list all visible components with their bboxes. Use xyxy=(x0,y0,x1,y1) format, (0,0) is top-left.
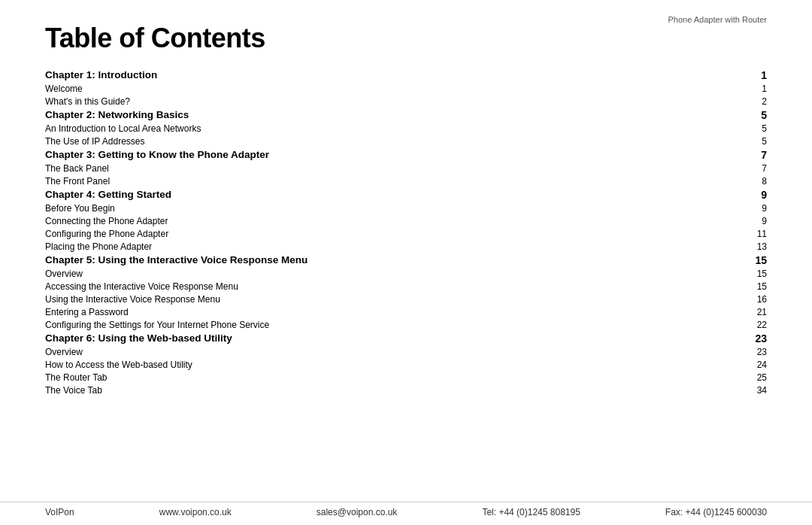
toc-item-label: What's in this Guide? xyxy=(45,95,737,108)
toc-item-label: Using the Interactive Voice Response Men… xyxy=(45,293,737,305)
toc-item-label: Entering a Password xyxy=(45,305,737,318)
header-right-label: Phone Adapter with Router xyxy=(668,15,767,24)
toc-item-label: The Back Panel xyxy=(45,162,737,174)
toc-item-label: Placing the Phone Adapter xyxy=(45,240,737,253)
toc-item-page: 24 xyxy=(737,358,767,371)
toc-item-row: What's in this Guide?2 xyxy=(45,95,767,108)
toc-item-label: The Use of IP Addresses xyxy=(45,135,737,147)
toc-item-page: 25 xyxy=(737,371,767,384)
toc-item-label: Configuring the Phone Adapter xyxy=(45,227,737,240)
toc-item-row: Placing the Phone Adapter13 xyxy=(45,240,767,253)
toc-item-label: Accessing the Interactive Voice Response… xyxy=(45,280,737,293)
chapter-page: 15 xyxy=(737,253,767,267)
footer-fax-number: +44 (0)1245 600030 xyxy=(686,507,767,517)
toc-item-page: 7 xyxy=(737,162,767,174)
chapter-page: 5 xyxy=(737,108,767,122)
chapter-row: Chapter 3: Getting to Know the Phone Ada… xyxy=(45,147,767,162)
toc-item-row: Overview23 xyxy=(45,345,767,358)
toc-item-row: Configuring the Phone Adapter11 xyxy=(45,227,767,240)
toc-item-page: 1 xyxy=(737,82,767,95)
toc-item-page: 15 xyxy=(737,280,767,293)
toc-item-page: 23 xyxy=(737,345,767,358)
toc-item-label: Configuring the Settings for Your Intern… xyxy=(45,318,737,331)
toc-table: Chapter 1: Introduction1Welcome1What's i… xyxy=(45,68,767,396)
toc-item-label: Welcome xyxy=(45,82,737,95)
toc-item-label: Overview xyxy=(45,345,737,358)
toc-item-row: The Use of IP Addresses5 xyxy=(45,135,767,147)
toc-item-label: Before You Begin xyxy=(45,202,737,214)
toc-item-label: Overview xyxy=(45,267,737,280)
toc-item-row: The Front Panel8 xyxy=(45,174,767,187)
chapter-label: Chapter 5: Using the Interactive Voice R… xyxy=(45,253,737,267)
toc-item-row: The Back Panel7 xyxy=(45,162,767,174)
toc-item-page: 8 xyxy=(737,174,767,187)
page-title: Table of Contents xyxy=(45,23,767,54)
footer-company: VoIPon xyxy=(45,507,74,517)
footer-fax: Fax: +44 (0)1245 600030 xyxy=(665,507,767,517)
toc-item-page: 21 xyxy=(737,305,767,318)
toc-item-row: Using the Interactive Voice Response Men… xyxy=(45,293,767,305)
chapter-page: 9 xyxy=(737,187,767,202)
footer-fax-label: Fax: xyxy=(665,507,683,517)
chapter-label: Chapter 6: Using the Web-based Utility xyxy=(45,331,737,345)
toc-item-row: The Voice Tab34 xyxy=(45,384,767,396)
chapter-page: 23 xyxy=(737,331,767,345)
toc-item-row: Connecting the Phone Adapter9 xyxy=(45,214,767,227)
toc-item-label: Connecting the Phone Adapter xyxy=(45,214,737,227)
footer-tel-number: +44 (0)1245 808195 xyxy=(498,507,580,517)
page-container: Phone Adapter with Router Table of Conte… xyxy=(0,0,812,525)
toc-item-page: 16 xyxy=(737,293,767,305)
toc-item-page: 13 xyxy=(737,240,767,253)
toc-item-row: Before You Begin9 xyxy=(45,202,767,214)
chapter-label: Chapter 4: Getting Started xyxy=(45,187,737,202)
chapter-row: Chapter 2: Networking Basics5 xyxy=(45,108,767,122)
toc-item-page: 11 xyxy=(737,227,767,240)
toc-item-row: How to Access the Web-based Utility24 xyxy=(45,358,767,371)
chapter-page: 7 xyxy=(737,147,767,162)
toc-item-page: 2 xyxy=(737,95,767,108)
toc-item-page: 15 xyxy=(737,267,767,280)
footer-email: sales@voipon.co.uk xyxy=(317,507,398,517)
chapter-row: Chapter 4: Getting Started9 xyxy=(45,187,767,202)
chapter-row: Chapter 6: Using the Web-based Utility23 xyxy=(45,331,767,345)
toc-item-page: 34 xyxy=(737,384,767,396)
toc-item-page: 9 xyxy=(737,202,767,214)
chapter-page: 1 xyxy=(737,68,767,82)
toc-item-row: Configuring the Settings for Your Intern… xyxy=(45,318,767,331)
footer-website: www.voipon.co.uk xyxy=(159,507,232,517)
toc-item-label: An Introduction to Local Area Networks xyxy=(45,122,737,135)
toc-item-row: An Introduction to Local Area Networks5 xyxy=(45,122,767,135)
toc-item-label: The Voice Tab xyxy=(45,384,737,396)
chapter-label: Chapter 3: Getting to Know the Phone Ada… xyxy=(45,147,737,162)
toc-item-page: 5 xyxy=(737,135,767,147)
footer-tel-label: Tel: xyxy=(482,507,496,517)
chapter-row: Chapter 5: Using the Interactive Voice R… xyxy=(45,253,767,267)
toc-item-page: 5 xyxy=(737,122,767,135)
toc-item-page: 9 xyxy=(737,214,767,227)
chapter-row: Chapter 1: Introduction1 xyxy=(45,68,767,82)
toc-item-row: Accessing the Interactive Voice Response… xyxy=(45,280,767,293)
toc-item-row: Overview15 xyxy=(45,267,767,280)
toc-item-label: The Router Tab xyxy=(45,371,737,384)
footer: VoIPon www.voipon.co.uk sales@voipon.co.… xyxy=(0,502,812,517)
footer-tel: Tel: +44 (0)1245 808195 xyxy=(482,507,580,517)
toc-item-page: 22 xyxy=(737,318,767,331)
toc-item-label: How to Access the Web-based Utility xyxy=(45,358,737,371)
toc-item-label: The Front Panel xyxy=(45,174,737,187)
toc-item-row: Entering a Password21 xyxy=(45,305,767,318)
toc-item-row: Welcome1 xyxy=(45,82,767,95)
chapter-label: Chapter 2: Networking Basics xyxy=(45,108,737,122)
chapter-label: Chapter 1: Introduction xyxy=(45,68,737,82)
toc-item-row: The Router Tab25 xyxy=(45,371,767,384)
